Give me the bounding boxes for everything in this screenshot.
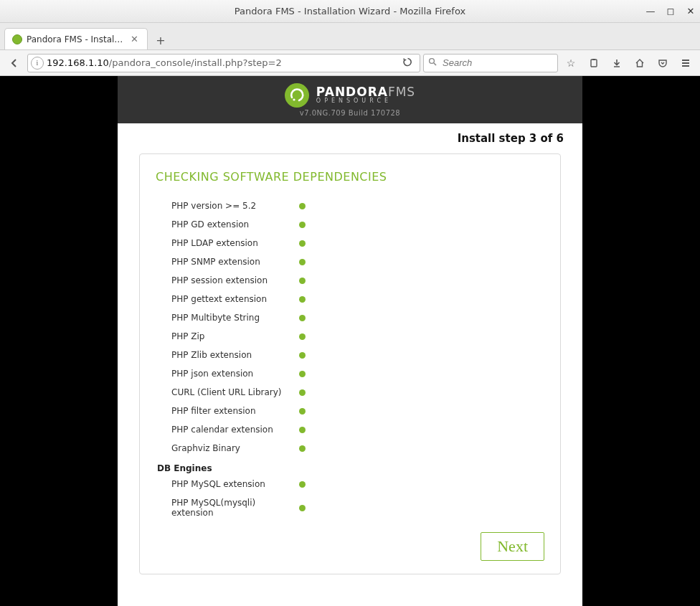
- next-button[interactable]: Next: [481, 532, 544, 561]
- status-ok-icon: [299, 389, 306, 396]
- hamburger-icon: [681, 58, 691, 68]
- dependency-label: PHP GD extension: [156, 219, 299, 229]
- window-minimize-button[interactable]: —: [645, 6, 656, 16]
- search-icon: [428, 57, 437, 68]
- status-ok-icon: [299, 278, 306, 284]
- tab-title: Pandora FMS - Install...: [27, 34, 125, 44]
- status-ok-icon: [299, 333, 306, 340]
- downloads-button[interactable]: [607, 54, 627, 72]
- window-titlebar: Pandora FMS - Installation Wizard - Mozi…: [0, 0, 700, 23]
- library-button[interactable]: [584, 54, 604, 72]
- info-icon[interactable]: i: [31, 57, 44, 70]
- dependency-row: PHP Multibyte String: [156, 308, 544, 327]
- dependency-row: Graphviz Binary: [156, 439, 544, 458]
- dependency-label: PHP Zip: [156, 331, 299, 341]
- install-step-indicator: Install step 3 of 6: [118, 123, 582, 149]
- home-icon: [635, 58, 645, 68]
- reload-icon: [403, 57, 412, 67]
- arrow-left-icon: [9, 58, 19, 68]
- status-ok-icon: [299, 296, 306, 303]
- dependency-row: PHP gettext extension: [156, 290, 544, 308]
- dependency-row: PHP LDAP extension: [156, 234, 544, 252]
- status-ok-icon: [299, 427, 306, 433]
- status-ok-icon: [299, 240, 306, 247]
- svg-point-4: [293, 98, 295, 100]
- dependency-list: PHP version >= 5.2PHP GD extensionPHP LD…: [156, 197, 544, 458]
- dependency-row: PHP json extension: [156, 364, 544, 383]
- download-icon: [612, 58, 622, 68]
- status-ok-icon: [299, 408, 306, 415]
- url-text: 192.168.1.10/pandora_console/install.php…: [47, 57, 396, 68]
- favicon-icon: [12, 34, 22, 44]
- dependency-row: PHP Zlib extension: [156, 346, 544, 364]
- browser-tab[interactable]: Pandora FMS - Install... ✕: [4, 28, 148, 49]
- svg-rect-2: [591, 60, 597, 67]
- nav-toolbar: i 192.168.1.10/pandora_console/install.p…: [0, 50, 700, 76]
- dependency-row: PHP filter extension: [156, 402, 544, 420]
- clipboard-icon: [589, 58, 599, 68]
- db-engines-heading: DB Engines: [156, 458, 544, 475]
- dependency-row: CURL (Client URL Library): [156, 383, 544, 402]
- new-tab-button[interactable]: +: [151, 31, 171, 49]
- dependency-label: CURL (Client URL Library): [156, 387, 299, 397]
- dependency-label: PHP Zlib extension: [156, 350, 299, 360]
- page-viewport: PANDORAFMS OPENSOURCE v7.0NG.709 Build 1…: [0, 76, 700, 606]
- dependency-row: PHP GD extension: [156, 215, 544, 234]
- bookmark-star-button[interactable]: ☆: [561, 54, 581, 72]
- dependency-label: PHP MySQL extension: [156, 479, 299, 489]
- dependency-label: PHP session extension: [156, 275, 299, 285]
- status-ok-icon: [299, 481, 306, 488]
- back-button[interactable]: [4, 54, 24, 72]
- brand-version: v7.0NG.709 Build 170728: [300, 109, 400, 117]
- dependency-row: PHP SNMP extension: [156, 252, 544, 271]
- url-host: 192.168.1.10: [47, 57, 109, 68]
- dependency-label: PHP version >= 5.2: [156, 201, 299, 211]
- dependency-label: PHP SNMP extension: [156, 257, 299, 267]
- dependency-label: PHP calendar extension: [156, 425, 299, 435]
- tab-strip: Pandora FMS - Install... ✕ +: [0, 23, 700, 50]
- dependency-label: Graphviz Binary: [156, 443, 299, 453]
- dependency-row: PHP calendar extension: [156, 420, 544, 439]
- pocket-icon: [658, 58, 668, 68]
- brand-tagline: OPENSOURCE: [316, 98, 415, 104]
- status-ok-icon: [299, 371, 306, 377]
- brand-name-main: PANDORA: [316, 85, 388, 99]
- dependency-label: PHP MySQL(mysqli) extension: [156, 498, 299, 518]
- dependency-row: PHP Zip: [156, 327, 544, 346]
- panel-heading: CHECKING SOFTWARE DEPENDENCIES: [156, 170, 544, 184]
- url-path: /pandora_console/install.php?step=2: [109, 57, 282, 68]
- brand-logo-icon: [285, 83, 309, 108]
- db-dependency-list: PHP MySQL extensionPHP MySQL(mysqli) ext…: [156, 475, 544, 522]
- brand-text: PANDORAFMS OPENSOURCE: [316, 86, 415, 104]
- status-ok-icon: [299, 445, 306, 452]
- menu-button[interactable]: [676, 54, 696, 72]
- url-bar[interactable]: i 192.168.1.10/pandora_console/install.p…: [27, 54, 420, 72]
- svg-line-1: [434, 63, 436, 65]
- brand-name-sub: FMS: [388, 85, 415, 99]
- search-bar[interactable]: [423, 54, 558, 72]
- dependency-row: PHP MySQL extension: [156, 475, 544, 493]
- status-ok-icon: [299, 222, 306, 228]
- window-close-button[interactable]: ✕: [686, 6, 696, 16]
- status-ok-icon: [299, 352, 306, 359]
- reload-button[interactable]: [399, 57, 417, 69]
- svg-point-0: [430, 59, 435, 64]
- pocket-button[interactable]: [653, 54, 673, 72]
- window-maximize-button[interactable]: ◻: [666, 6, 676, 16]
- status-ok-icon: [299, 259, 306, 265]
- dependency-label: PHP filter extension: [156, 406, 299, 416]
- dependency-label: PHP gettext extension: [156, 294, 299, 304]
- brand-header: PANDORAFMS OPENSOURCE v7.0NG.709 Build 1…: [118, 76, 582, 123]
- status-ok-icon: [299, 203, 306, 209]
- dependencies-panel: CHECKING SOFTWARE DEPENDENCIES PHP versi…: [139, 153, 561, 574]
- status-ok-icon: [299, 315, 306, 321]
- search-input[interactable]: [441, 57, 565, 69]
- tab-close-button[interactable]: ✕: [129, 34, 140, 44]
- home-button[interactable]: [630, 54, 650, 72]
- dependency-label: PHP Multibyte String: [156, 313, 299, 323]
- window-title: Pandora FMS - Installation Wizard - Mozi…: [235, 6, 465, 16]
- dependency-row: PHP session extension: [156, 271, 544, 290]
- status-ok-icon: [299, 505, 306, 511]
- dependency-row: PHP version >= 5.2: [156, 197, 544, 215]
- dependency-label: PHP LDAP extension: [156, 238, 299, 248]
